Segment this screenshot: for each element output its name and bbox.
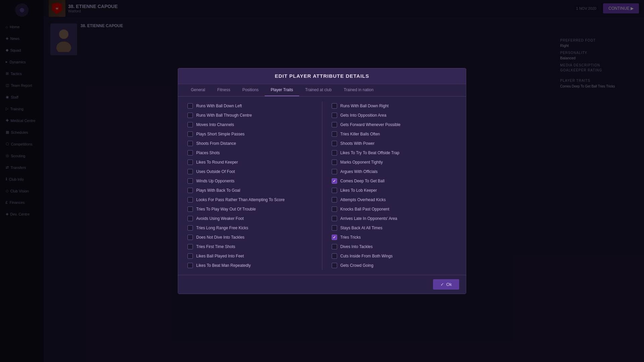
- checkbox-tries-long-range-free-kicks[interactable]: [187, 225, 193, 231]
- checkbox-gets-forward-whenever-possible[interactable]: [332, 122, 337, 127]
- left-traits-column: Runs With Ball Down LeftRuns With Ball T…: [185, 102, 315, 270]
- checkbox-knocks-ball-past-opponent[interactable]: [332, 206, 337, 212]
- trait-row-likes-to-lob-keeper[interactable]: Likes To Lob Keeper: [329, 186, 460, 195]
- trait-row-winds-up-opponents[interactable]: Winds Up Opponents: [185, 177, 315, 185]
- right-traits-column: Runs With Ball Down RightGets Into Oppos…: [329, 102, 460, 270]
- checkbox-arrives-late-in-opponents-area[interactable]: [332, 216, 337, 221]
- trait-label-arrives-late-in-opponents-area: Arrives Late In Opponents' Area: [340, 216, 397, 221]
- checkbox-avoids-using-weaker-foot[interactable]: [187, 216, 193, 221]
- trait-label-shoots-from-distance: Shoots From Distance: [196, 141, 236, 146]
- checkbox-likes-to-lob-keeper[interactable]: [332, 188, 337, 193]
- checkbox-comes-deep-to-get-ball[interactable]: [332, 178, 337, 184]
- trait-row-stays-back-at-all-times[interactable]: Stays Back At All Times: [329, 224, 460, 232]
- trait-row-plays-short-simple-passes[interactable]: Plays Short Simple Passes: [185, 130, 315, 138]
- trait-label-marks-opponent-tightly: Marks Opponent Tightly: [340, 160, 383, 165]
- trait-row-looks-for-pass[interactable]: Looks For Pass Rather Than Attempting To…: [185, 195, 315, 204]
- dialog-body: Runs With Ball Down LeftRuns With Ball T…: [178, 97, 466, 275]
- trait-row-argues-with-officials[interactable]: Argues With Officials: [329, 167, 460, 176]
- trait-row-likes-to-beat-man-repeatedly[interactable]: Likes To Beat Man Repeatedly: [185, 261, 315, 270]
- checkbox-marks-opponent-tightly[interactable]: [332, 160, 337, 165]
- checkbox-likes-to-try-beat-offside-trap[interactable]: [332, 150, 337, 156]
- checkbox-tries-killer-balls-often[interactable]: [332, 131, 337, 137]
- trait-row-plays-with-back-to-goal[interactable]: Plays With Back To Goal: [185, 186, 315, 195]
- trait-row-tries-first-time-shots[interactable]: Tries First Time Shots: [185, 242, 315, 251]
- checkbox-dives-into-tackles[interactable]: [332, 244, 337, 249]
- trait-row-likes-to-round-keeper[interactable]: Likes To Round Keeper: [185, 158, 315, 167]
- trait-row-arrives-late-in-opponents-area[interactable]: Arrives Late In Opponents' Area: [329, 214, 460, 223]
- checkbox-shoots-from-distance[interactable]: [187, 141, 193, 146]
- trait-label-tries-long-range-free-kicks: Tries Long Range Free Kicks: [196, 226, 248, 230]
- checkbox-does-not-dive-into-tackles[interactable]: [187, 235, 193, 240]
- checkbox-attempts-overhead-kicks[interactable]: [332, 197, 337, 202]
- trait-row-runs-ball-down-left[interactable]: Runs With Ball Down Left: [185, 102, 315, 110]
- checkbox-runs-ball-through-centre[interactable]: [187, 113, 193, 118]
- checkbox-moves-into-channels[interactable]: [187, 122, 193, 127]
- checkbox-argues-with-officials[interactable]: [332, 169, 337, 174]
- trait-row-runs-ball-down-right[interactable]: Runs With Ball Down Right: [329, 102, 460, 110]
- trait-label-dives-into-tackles: Dives Into Tackles: [340, 244, 373, 249]
- trait-row-gets-crowd-going[interactable]: Gets Crowd Going: [329, 261, 460, 270]
- trait-row-gets-into-opposition-area[interactable]: Gets Into Opposition Area: [329, 111, 460, 120]
- checkbox-stays-back-at-all-times[interactable]: [332, 225, 337, 231]
- checkbox-shoots-with-power[interactable]: [332, 141, 337, 146]
- trait-label-likes-ball-played-into-feet: Likes Ball Played Into Feet: [196, 254, 244, 258]
- checkbox-looks-for-pass[interactable]: [187, 197, 193, 202]
- trait-label-likes-to-try-beat-offside-trap: Likes To Try To Beat Offside Trap: [340, 150, 399, 155]
- trait-row-shoots-from-distance[interactable]: Shoots From Distance: [185, 139, 315, 148]
- trait-label-tries-first-time-shots: Tries First Time Shots: [196, 244, 235, 249]
- checkbox-likes-ball-played-into-feet[interactable]: [187, 253, 193, 259]
- tab-fitness[interactable]: Fitness: [211, 84, 236, 96]
- trait-row-dives-into-tackles[interactable]: Dives Into Tackles: [329, 242, 460, 251]
- trait-label-does-not-dive-into-tackles: Does Not Dive Into Tackles: [196, 235, 245, 240]
- trait-row-tries-tricks[interactable]: Tries Tricks: [329, 233, 460, 242]
- checkbox-tries-tricks[interactable]: [332, 235, 337, 240]
- trait-row-gets-forward-whenever-possible[interactable]: Gets Forward Whenever Possible: [329, 120, 460, 129]
- ok-checkmark-icon: ✓: [440, 282, 444, 287]
- checkbox-plays-with-back-to-goal[interactable]: [187, 188, 193, 193]
- checkbox-likes-to-beat-man-repeatedly[interactable]: [187, 263, 193, 268]
- checkbox-runs-ball-down-right[interactable]: [332, 103, 337, 109]
- checkbox-runs-ball-down-left[interactable]: [187, 103, 193, 109]
- tab-trained-at-club[interactable]: Trained at club: [299, 84, 338, 96]
- trait-row-avoids-using-weaker-foot[interactable]: Avoids Using Weaker Foot: [185, 214, 315, 223]
- checkbox-places-shots[interactable]: [187, 150, 193, 156]
- trait-row-likes-to-try-beat-offside-trap[interactable]: Likes To Try To Beat Offside Trap: [329, 148, 460, 157]
- checkbox-tries-to-play-way-out[interactable]: [187, 206, 193, 212]
- trait-label-moves-into-channels: Moves Into Channels: [196, 122, 234, 127]
- trait-row-shoots-with-power[interactable]: Shoots With Power: [329, 139, 460, 148]
- trait-row-uses-outside-of-foot[interactable]: Uses Outside Of Foot: [185, 167, 315, 176]
- trait-row-tries-killer-balls-often[interactable]: Tries Killer Balls Often: [329, 130, 460, 138]
- trait-row-knocks-ball-past-opponent[interactable]: Knocks Ball Past Opponent: [329, 205, 460, 214]
- checkbox-winds-up-opponents[interactable]: [187, 178, 193, 184]
- trait-row-likes-ball-played-into-feet[interactable]: Likes Ball Played Into Feet: [185, 252, 315, 260]
- tab-trained-in-nation[interactable]: Trained in nation: [338, 84, 380, 96]
- trait-label-likes-to-round-keeper: Likes To Round Keeper: [196, 160, 238, 165]
- trait-row-moves-into-channels[interactable]: Moves Into Channels: [185, 120, 315, 129]
- trait-row-does-not-dive-into-tackles[interactable]: Does Not Dive Into Tackles: [185, 233, 315, 242]
- trait-row-cuts-inside-from-both-wings[interactable]: Cuts Inside From Both Wings: [329, 252, 460, 260]
- trait-row-places-shots[interactable]: Places Shots: [185, 148, 315, 157]
- dialog-footer: ✓ Ok: [178, 275, 466, 294]
- trait-label-likes-to-lob-keeper: Likes To Lob Keeper: [340, 188, 377, 193]
- dialog-header: EDIT PLAYER ATTRIBUTE DETAILS: [178, 68, 466, 84]
- checkbox-gets-crowd-going[interactable]: [332, 263, 337, 268]
- trait-row-runs-ball-through-centre[interactable]: Runs With Ball Through Centre: [185, 111, 315, 120]
- trait-label-gets-crowd-going: Gets Crowd Going: [340, 263, 374, 268]
- checkbox-gets-into-opposition-area[interactable]: [332, 113, 337, 118]
- tab-player-traits[interactable]: Player Traits: [265, 84, 299, 96]
- checkbox-plays-short-simple-passes[interactable]: [187, 131, 193, 137]
- trait-label-knocks-ball-past-opponent: Knocks Ball Past Opponent: [340, 207, 389, 212]
- tab-general[interactable]: General: [185, 84, 211, 96]
- checkbox-cuts-inside-from-both-wings[interactable]: [332, 253, 337, 259]
- ok-button[interactable]: ✓ Ok: [433, 279, 459, 290]
- trait-row-comes-deep-to-get-ball[interactable]: Comes Deep To Get Ball: [329, 177, 460, 185]
- checkbox-uses-outside-of-foot[interactable]: [187, 169, 193, 174]
- trait-row-attempts-overhead-kicks[interactable]: Attempts Overhead Kicks: [329, 195, 460, 204]
- trait-row-tries-to-play-way-out[interactable]: Tries To Play Way Out Of Trouble: [185, 205, 315, 214]
- checkbox-likes-to-round-keeper[interactable]: [187, 160, 193, 165]
- trait-label-comes-deep-to-get-ball: Comes Deep To Get Ball: [340, 179, 385, 183]
- trait-row-marks-opponent-tightly[interactable]: Marks Opponent Tightly: [329, 158, 460, 167]
- tab-positions[interactable]: Positions: [236, 84, 265, 96]
- trait-row-tries-long-range-free-kicks[interactable]: Tries Long Range Free Kicks: [185, 224, 315, 232]
- checkbox-tries-first-time-shots[interactable]: [187, 244, 193, 249]
